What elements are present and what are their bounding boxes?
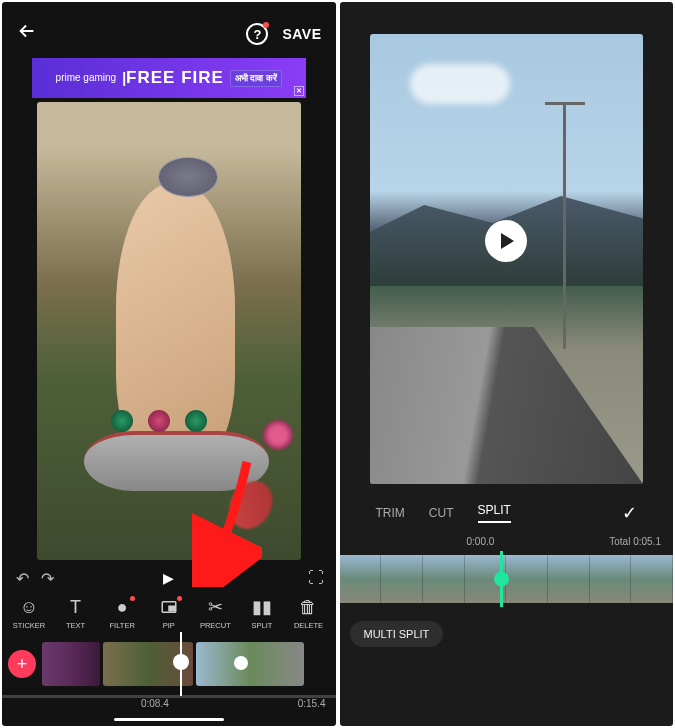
text-icon: T: [70, 596, 81, 618]
playhead[interactable]: [180, 632, 182, 696]
tool-label: SPLIT: [251, 621, 272, 630]
add-clip-button[interactable]: +: [8, 650, 36, 678]
split-screen: TRIMCUTSPLIT✓ 0:00.0 Total 0:05.1 MULTI …: [340, 2, 674, 726]
play-button[interactable]: ▶: [163, 570, 174, 586]
tool-sticker[interactable]: ☺STICKER: [6, 596, 52, 630]
tool-pip[interactable]: PIP: [146, 596, 192, 630]
sticker-icon: ☺: [20, 596, 38, 618]
time-row: 0:08.4 0:15.4: [2, 696, 336, 715]
tool-text[interactable]: TTEXT: [53, 596, 99, 630]
tool-delete[interactable]: 🗑DELETE: [285, 596, 331, 630]
clip-strip[interactable]: [42, 642, 336, 686]
redo-button[interactable]: ↷: [41, 569, 54, 588]
save-button[interactable]: SAVE: [282, 26, 321, 42]
pip-icon: [160, 596, 178, 618]
tool-label: FILTER: [110, 621, 135, 630]
tool-label: PIP: [163, 621, 175, 630]
precut-icon: ✂: [208, 596, 223, 618]
playhead[interactable]: [500, 551, 503, 607]
help-icon[interactable]: ?: [246, 23, 268, 45]
ad-close-icon[interactable]: ✕: [294, 86, 304, 96]
total-time: 0:15.4: [298, 698, 326, 709]
confirm-button[interactable]: ✓: [622, 502, 637, 524]
split-icon: ▮▮: [252, 596, 272, 618]
ad-brand: prime gaming: [56, 73, 117, 83]
tab-cut[interactable]: CUT: [429, 506, 454, 520]
clip-thumb[interactable]: [196, 642, 304, 686]
editor-screen: ? SAVE prime gaming | FREE FIRE अभी दावा…: [2, 2, 336, 726]
tab-trim[interactable]: TRIM: [376, 506, 405, 520]
tool-label: STICKER: [13, 621, 46, 630]
fullscreen-icon[interactable]: ⛶: [308, 569, 324, 587]
tool-label: DELETE: [294, 621, 323, 630]
edit-tabs: TRIMCUTSPLIT✓: [340, 484, 674, 532]
total-time: Total 0:05.1: [609, 536, 661, 547]
ad-banner[interactable]: prime gaming | FREE FIRE अभी दावा करें ✕: [32, 58, 306, 98]
back-button[interactable]: [16, 20, 38, 48]
current-time: 0:00.0: [466, 536, 494, 547]
toolbar: ☺STICKERTTEXT●FILTERPIP✂PRECUT▮▮SPLIT🗑DE…: [2, 592, 336, 632]
top-bar: ? SAVE: [2, 2, 336, 58]
video-preview[interactable]: [37, 102, 301, 560]
home-indicator: [114, 718, 224, 721]
delete-icon: 🗑: [299, 596, 317, 618]
clip-thumb[interactable]: [42, 642, 100, 686]
play-icon[interactable]: [485, 220, 527, 262]
ad-badge: अभी दावा करें: [230, 70, 282, 87]
video-preview[interactable]: [370, 34, 644, 484]
tab-split[interactable]: SPLIT: [478, 503, 511, 523]
svg-rect-1: [169, 606, 174, 611]
playback-row: ↶ ↷ ▶ ⛶: [2, 566, 336, 592]
tool-precut[interactable]: ✂PRECUT: [192, 596, 238, 630]
tool-split[interactable]: ▮▮SPLIT: [239, 596, 285, 630]
timeline[interactable]: +: [2, 632, 336, 696]
tool-label: TEXT: [66, 621, 85, 630]
multi-split-button[interactable]: MULTI SPLIT: [350, 621, 444, 647]
tool-label: PRECUT: [200, 621, 231, 630]
tool-filter[interactable]: ●FILTER: [99, 596, 145, 630]
filter-icon: ●: [117, 596, 128, 618]
timeline[interactable]: [340, 555, 674, 603]
undo-button[interactable]: ↶: [16, 569, 29, 588]
ad-title: FREE FIRE: [126, 68, 224, 88]
time-row: 0:00.0 Total 0:05.1: [340, 532, 674, 551]
current-time: 0:08.4: [141, 698, 169, 709]
